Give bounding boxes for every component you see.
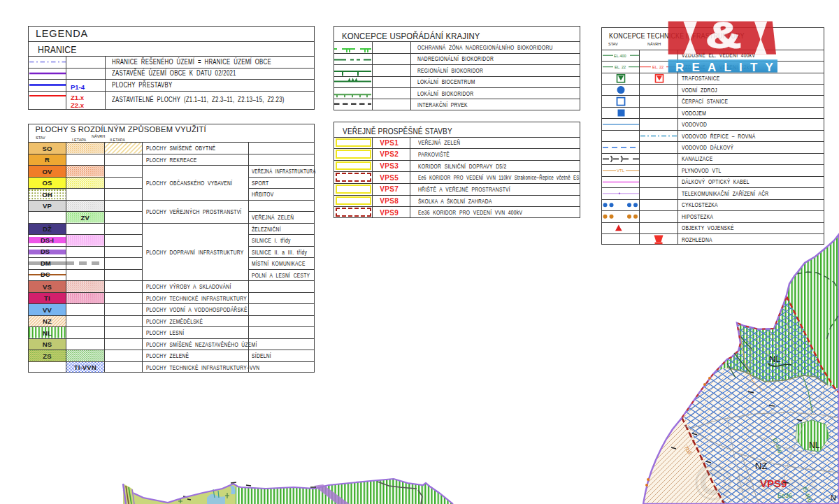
svg-text:EL.400: EL.400 xyxy=(614,53,626,57)
svg-text:VTL: VTL xyxy=(617,168,625,173)
svg-text:EL. 22: EL. 22 xyxy=(615,65,626,69)
svg-text:NL: NL xyxy=(769,354,781,364)
svg-text:REALITY: REALITY xyxy=(675,61,781,74)
svg-text:EL. 22: EL. 22 xyxy=(652,65,664,69)
svg-text:NL: NL xyxy=(809,440,820,450)
svg-text:&: & xyxy=(705,17,741,55)
svg-text:Bazoš: Bazoš xyxy=(736,471,822,496)
svg-text:N: N xyxy=(831,494,836,502)
svg-text:NZ: NZ xyxy=(755,461,767,471)
